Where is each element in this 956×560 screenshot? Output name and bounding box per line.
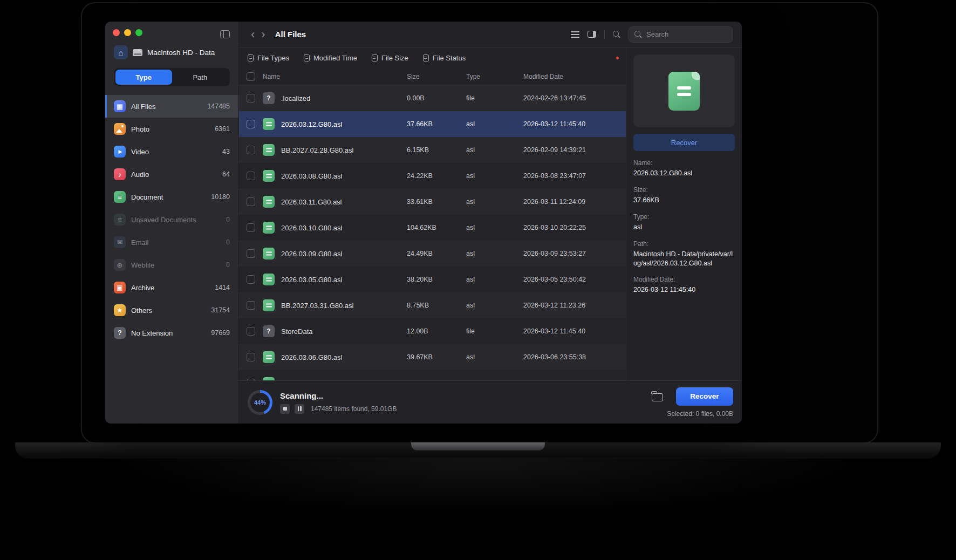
minimize-button[interactable] [124,29,131,36]
sidebar-item-webfile[interactable]: ⊕ Webfile 0 [105,254,238,276]
table-row[interactable]: 2026.03.10.G80.asl 104.62KB asl 2026-03-… [239,215,626,241]
file-name: 2026.03.11.G80.asl [281,198,342,206]
file-type: asl [466,120,523,128]
row-checkbox[interactable] [247,146,255,154]
file-modified: 2024-02-26 13:47:45 [523,94,626,102]
preview-panel-icon[interactable] [588,31,596,38]
sidebar-item-archive[interactable]: ▣ Archive 1414 [105,276,238,299]
table-row[interactable]: 2026.03.06.G80.asl 39.67KB asl 2026-03-0… [239,344,626,370]
laptop-lid-notch [411,442,545,450]
sidebar-item-label: Audio [131,170,217,179]
row-checkbox[interactable] [247,275,255,284]
scan-progress-ring: 44% [248,390,272,415]
sidebar-item-count: 64 [222,170,230,178]
file-size: 24.22KB [407,172,466,180]
column-name[interactable]: Name [263,73,280,80]
document-file-icon [263,274,275,285]
table-row[interactable]: 2026.03.09.G80.asl 24.49KB asl 2026-03-0… [239,241,626,267]
sidebar-item-photo[interactable]: Photo 6361 [105,118,238,140]
home-icon[interactable]: ⌂ [114,45,128,59]
filter-label: File Types [257,54,289,62]
sidebar-item-others[interactable]: ★ Others 31754 [105,299,238,322]
table-row[interactable]: BB.2027.03.31.G80.asl 8.75KB asl 2026-03… [239,292,626,318]
row-checkbox[interactable] [247,120,255,128]
video-icon: ▶ [114,146,126,158]
tab-path[interactable]: Path [172,70,229,85]
file-size: 24.49KB [407,250,466,257]
row-checkbox[interactable] [247,223,255,232]
document-preview-icon [668,72,700,111]
row-checkbox[interactable] [247,301,255,310]
forward-button[interactable]: › [258,29,268,40]
search-input[interactable] [646,30,727,38]
list-view-icon[interactable] [571,31,579,38]
column-type[interactable]: Type [466,73,523,80]
sidebar-item-document[interactable]: ≡ Document 10180 [105,186,238,208]
drive-icon [133,49,142,56]
pause-scan-button[interactable] [295,404,304,414]
filter-file-size[interactable]: File Size [372,54,408,62]
sidebar-item-audio[interactable]: ♪ Audio 64 [105,163,238,186]
stop-scan-button[interactable] [280,404,290,414]
row-checkbox[interactable] [247,249,255,258]
table-row[interactable]: BB.2027.02.28.G80.asl 6.15KB asl 2026-02… [239,137,626,163]
sidebar-item-count: 0 [226,238,230,246]
type-label: Type: [633,213,735,221]
column-modified[interactable]: Modified Date [523,73,626,80]
pause-icon [298,406,299,411]
type-value: asl [633,223,735,232]
table-row[interactable]: 2026.03.05.G80.asl 38.20KB asl 2026-03-0… [239,267,626,292]
sidebar-item-email[interactable]: ✉ Email 0 [105,231,238,254]
table-row[interactable]: ? StoreData 12.00B file 2026-03-12 11:45… [239,318,626,344]
row-checkbox[interactable] [247,172,255,180]
zoom-button[interactable] [135,29,142,36]
file-type: asl [466,302,523,309]
back-button[interactable]: ‹ [248,29,258,40]
recover-button[interactable]: Recover [676,387,733,406]
file-size-icon [372,54,378,62]
file-type: asl [466,250,523,257]
open-recovery-folder-icon[interactable] [652,393,663,401]
filter-modified-time[interactable]: Modified Time [304,54,357,62]
select-all-checkbox[interactable] [247,72,255,81]
row-checkbox[interactable] [247,94,255,103]
sidebar-item-count: 1414 [215,284,230,291]
path-label: Path: [633,240,735,248]
tab-type[interactable]: Type [115,70,172,85]
drive-row[interactable]: ⌂ Macintosh HD - Data [105,43,238,62]
laptop-base-shadow [0,457,956,533]
row-checkbox[interactable] [247,353,255,361]
file-name: 2026.03.05.G80.asl [281,276,342,284]
deep-scan-icon[interactable] [613,31,620,38]
toolbar: ‹ › All Files [239,22,742,47]
sidebar-item-unsaved-documents[interactable]: ≡ Unsaved Documents 0 [105,208,238,231]
file-size: 12.00B [407,327,466,335]
sidebar-toggle-icon[interactable] [220,30,230,38]
table-row-partial[interactable] [239,370,626,380]
filter-file-status[interactable]: File Status [423,54,466,62]
file-name: 2026.03.06.G80.asl [281,353,342,361]
webfile-icon: ⊕ [114,259,126,271]
table-row-selected[interactable]: 2026.03.12.G80.asl 37.66KB asl 2026-03-1… [239,111,626,137]
row-checkbox[interactable] [247,327,255,336]
table-row[interactable]: ? .localized 0.00B file 2024-02-26 13:47… [239,85,626,111]
document-file-icon [263,222,275,234]
sidebar-item-video[interactable]: ▶ Video 43 [105,140,238,163]
sidebar-item-no-extension[interactable]: ? No Extension 97669 [105,322,238,344]
file-name: 2026.03.12.G80.asl [281,120,342,128]
sidebar-item-all-files[interactable]: ▦ All Files 147485 [105,95,238,118]
filter-bar: File Types Modified Time File Size File … [239,47,626,68]
name-value: 2026.03.12.G80.asl [633,169,735,178]
close-button[interactable] [113,29,120,36]
search-box[interactable] [629,26,733,43]
toolbar-divider [604,30,605,39]
row-checkbox[interactable] [247,197,255,206]
column-size[interactable]: Size [407,73,466,80]
items-found-text: 147485 items found, 59.01GB [311,405,397,413]
filter-file-types[interactable]: File Types [248,54,289,62]
table-row[interactable]: 2026.03.11.G80.asl 33.61KB asl 2026-03-1… [239,189,626,215]
path-value: Macintosh HD - Data/private/var/log/asl/… [633,250,735,268]
panel-recover-button[interactable]: Recover [633,134,735,151]
table-row[interactable]: 2026.03.08.G80.asl 24.22KB asl 2026-03-0… [239,163,626,189]
name-label: Name: [633,159,735,167]
